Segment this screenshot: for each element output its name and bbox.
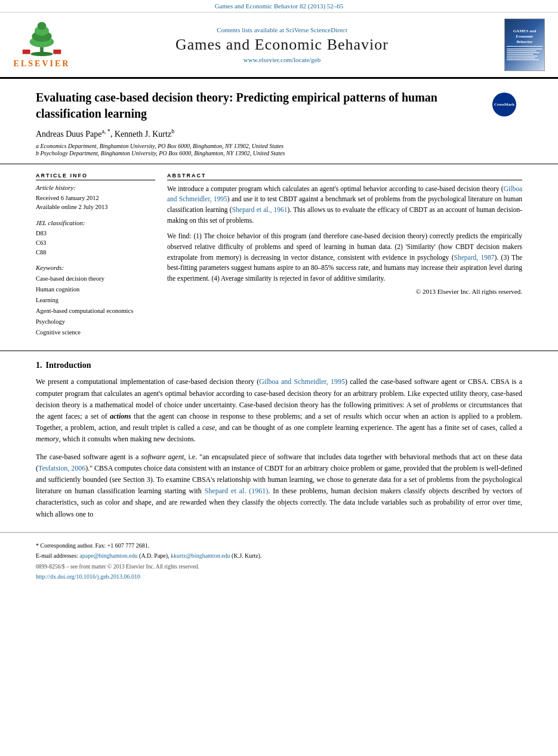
intro-number: 1.	[36, 361, 42, 370]
intro-title: Introduction	[46, 361, 91, 370]
jel-d83: D83	[36, 229, 155, 238]
corresponding-note: * Corresponding author. Fax: +1 607 777 …	[36, 541, 522, 550]
svg-rect-7	[53, 50, 61, 54]
history-label: Article history:	[36, 184, 155, 191]
article-title-area: Evaluating case-based decision theory: P…	[0, 79, 558, 156]
elsevier-wordmark: ELSEVIER	[14, 59, 70, 69]
abstract-copyright: © 2013 Elsevier Inc. All rights reserved…	[167, 288, 522, 295]
email1-name: (A.D. Pape),	[139, 552, 169, 559]
case-italic: case	[202, 423, 215, 432]
tesfatsion-link[interactable]: Tesfatsion, 2006	[38, 464, 85, 472]
doi-text[interactable]: http://dx.doi.org/10.1016/j.geb.2013.06.…	[36, 573, 140, 580]
keyword-4: Agent-based computational economics	[36, 306, 155, 316]
crossmark-badge: CrossMark	[492, 93, 516, 116]
header-center: Contents lists available at SciVerse Sci…	[72, 26, 492, 63]
crossmark-label: CrossMark	[494, 102, 514, 107]
author-separator: ,	[110, 130, 115, 139]
available-date: Available online 2 July 2013	[36, 202, 155, 212]
jel-c63: C63	[36, 238, 155, 248]
software-agent-italic: software agent	[141, 453, 184, 461]
received-date: Received 6 January 2012	[36, 193, 155, 203]
left-column: ARTICLE INFO Article history: Received 6…	[36, 173, 155, 345]
journal-cover: GAMES andEconomicBehavior	[504, 19, 546, 71]
svg-point-1	[31, 52, 53, 56]
article-info-label: ARTICLE INFO	[36, 173, 155, 180]
email2-link[interactable]: kkurtz@binghamton.edu	[171, 552, 230, 559]
svg-point-5	[38, 22, 47, 30]
cover-title-text: GAMES andEconomicBehavior	[513, 29, 537, 45]
jel-section: JEL classification: D83 C63 C88	[36, 219, 155, 257]
issn-line: 0899-8256/$ – see front matter © 2013 El…	[36, 564, 522, 570]
journal-url-link[interactable]: www.elsevier.com/locate/geb	[72, 56, 492, 63]
affil-a-text: a Economics Department, Binghamton Unive…	[36, 143, 283, 149]
crossmark-icon: CrossMark	[492, 93, 522, 116]
email1-link[interactable]: apape@binghamton.edu	[79, 552, 137, 559]
article-title: Evaluating case-based decision theory: P…	[36, 90, 480, 122]
intro-heading: 1.Introduction	[36, 361, 522, 370]
cover-box: GAMES andEconomicBehavior	[504, 19, 545, 71]
authors-line: Andreas Duus Papea, *, Kenneth J. Kurtzb	[36, 128, 522, 139]
journal-citation: Games and Economic Behavior 82 (2013) 52…	[215, 2, 344, 10]
keyword-2: Human cognition	[36, 284, 155, 295]
gilboa1995-body-link[interactable]: Gilboa and Schmeidler, 1995	[259, 377, 345, 386]
main-body: 1.Introduction We present a computationa…	[0, 351, 558, 520]
article-columns: ARTICLE INFO Article history: Received 6…	[0, 164, 558, 345]
affil-b-text: b Psychology Department, Binghamton Univ…	[36, 150, 285, 156]
keyword-3: Learning	[36, 295, 155, 306]
affil-a: a Economics Department, Binghamton Unive…	[36, 143, 522, 149]
abstract-paragraph2: We find: (1) The choice behavior of this…	[167, 231, 522, 284]
email-label: E-mail addresses:	[36, 552, 78, 559]
jel-label: JEL classification:	[36, 219, 155, 226]
gilboa-link[interactable]: Gilboa and Schmeidler, 1995	[167, 185, 522, 203]
article-history-section: Article history: Received 6 January 2012…	[36, 184, 155, 213]
elsevier-tree-icon	[12, 21, 72, 57]
shepard-link[interactable]: Shepard et al., 1961	[232, 206, 288, 213]
shepard1987-link[interactable]: Shepard, 1987	[454, 254, 495, 261]
results-italic: results	[343, 412, 362, 420]
memory-italic: memory	[36, 435, 59, 443]
elsevier-logo: ELSEVIER	[12, 21, 72, 69]
affiliations: a Economics Department, Binghamton Unive…	[36, 143, 522, 156]
page-footer: * Corresponding author. Fax: +1 607 777 …	[0, 532, 558, 586]
doi-link[interactable]: http://dx.doi.org/10.1016/j.geb.2013.06.…	[36, 573, 522, 580]
keyword-1: Case-based decision theory	[36, 273, 155, 284]
jel-c88: C88	[36, 248, 155, 257]
sciverse-link[interactable]: Contents lists available at SciVerse Sci…	[72, 26, 492, 33]
author2-sup: b	[171, 128, 174, 134]
shepard1961-body-link[interactable]: Shepard et al. (1961)	[205, 487, 269, 495]
author1-name: Andreas Duus Pape	[36, 130, 101, 139]
abstract-paragraph1: We introduce a computer program which ca…	[167, 184, 522, 226]
email2-name: (K.J. Kurtz).	[232, 552, 262, 559]
journal-name: Games and Economic Behavior	[72, 36, 492, 54]
affil-b: b Psychology Department, Binghamton Univ…	[36, 150, 522, 156]
actions-italic-bold: actions	[110, 412, 131, 420]
keywords-label: Keywords:	[36, 264, 155, 271]
intro-paragraph1: We present a computational implementatio…	[36, 376, 522, 445]
author1-sup: a, *	[101, 128, 110, 134]
author2-name: Kenneth J. Kurtz	[115, 130, 171, 139]
keyword-6: Cognitive science	[36, 327, 155, 338]
problems-italic: problems	[432, 401, 458, 409]
svg-rect-6	[23, 50, 30, 54]
email-line: E-mail addresses: apape@binghamton.edu (…	[36, 551, 522, 560]
journal-top-bar: Games and Economic Behavior 82 (2013) 52…	[0, 0, 558, 13]
intro-paragraph2: The case-based software agent is a softw…	[36, 451, 522, 520]
keyword-5: Psychology	[36, 316, 155, 327]
keywords-section: Keywords: Case-based decision theory Hum…	[36, 264, 155, 337]
journal-header: ELSEVIER Contents lists available at Sci…	[0, 13, 558, 79]
abstract-label: ABSTRACT	[167, 173, 522, 180]
right-column-abstract: ABSTRACT We introduce a computer program…	[167, 173, 522, 345]
